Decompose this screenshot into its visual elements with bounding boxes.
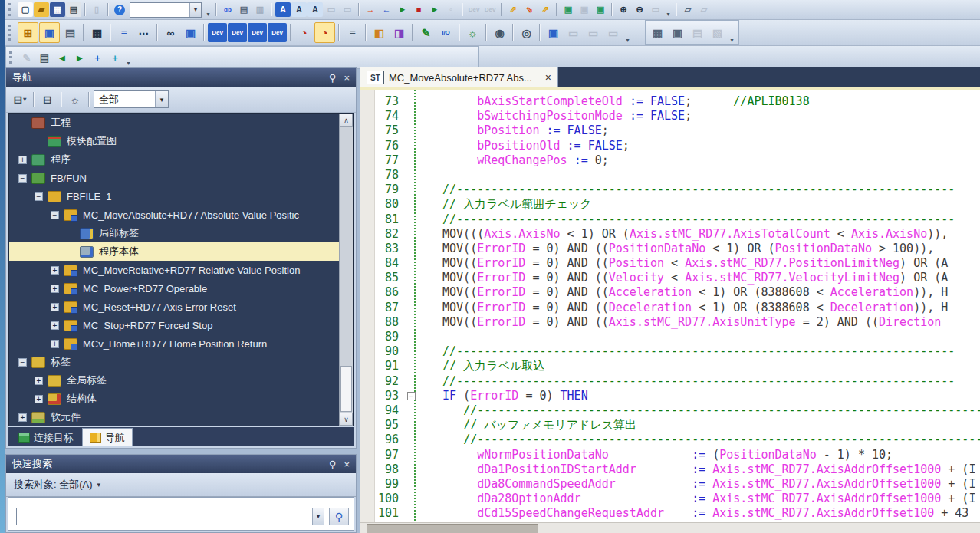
find-icon[interactable]: ∞ [161, 23, 180, 42]
device-eye-icon[interactable]: ◉ [490, 23, 509, 42]
open-folder-icon[interactable]: ▰ [34, 2, 49, 17]
hscroll-thumb[interactable] [367, 524, 538, 533]
monitor-window-icon[interactable]: ▣ [39, 22, 60, 43]
zoom-gray-icon[interactable]: ▭ [648, 2, 663, 17]
zoom-out-icon[interactable]: ⊖ [632, 2, 647, 17]
code-line[interactable]: 73 bAxisStartCompleteOld := FALSE; //APL… [360, 94, 980, 109]
window-find-icon[interactable]: ▣ [544, 23, 563, 42]
code-line[interactable]: 96 //-----------------------------------… [360, 433, 980, 447]
ladder-editor-icon[interactable]: ≡ [114, 23, 133, 42]
watch-stop-icon[interactable]: ◔ [314, 22, 335, 43]
device-test-icon[interactable]: ◎ [517, 23, 536, 42]
dev-window-a-icon[interactable]: Dev [466, 2, 482, 17]
collapse-icon[interactable]: − [51, 211, 59, 219]
memory-table-icon[interactable]: ▤ [688, 23, 707, 42]
search-input-combo[interactable]: ▾ [16, 508, 324, 525]
code-line[interactable]: 85 MOV((ErrorID = 0) AND ((Velocity < Ax… [360, 271, 980, 285]
tree-display-icon[interactable]: ⊟▾ [11, 91, 29, 108]
code-editor[interactable]: 73 bAxisStartCompleteOld := FALSE; //APL… [360, 90, 980, 533]
lock-a-icon[interactable]: ▣ [561, 2, 576, 17]
close-icon[interactable]: × [344, 459, 350, 470]
expand-icon[interactable]: + [51, 285, 59, 293]
gray-b-icon[interactable]: ▭ [340, 2, 355, 17]
expand-icon[interactable]: + [35, 377, 43, 385]
inactive-a-icon[interactable]: ▭ [564, 23, 583, 42]
code-line[interactable]: 89 [360, 330, 980, 344]
tree-item[interactable]: +MC_MoveRelative+RD77 Relative Value Pos… [9, 261, 353, 279]
code-line[interactable]: 90 //-----------------------------------… [360, 344, 980, 359]
pin-icon[interactable]: ⚲ [329, 72, 337, 84]
insert-row-icon[interactable]: + [89, 50, 106, 66]
device-display-1-icon[interactable]: Dev [208, 23, 227, 42]
tree-item[interactable]: +MC_Stop+RD77 Forced Stop [9, 316, 353, 334]
tree-item[interactable]: −FBFILE_1 [9, 187, 353, 206]
zoom-in-icon[interactable]: ⊕ [616, 2, 631, 17]
monitor-stop-icon[interactable]: ■ [411, 2, 426, 17]
misc-gray-icon[interactable]: ▧ [708, 23, 727, 42]
read-from-plc-icon[interactable]: ← [379, 2, 394, 17]
code-line[interactable]: 86 MOV((ErrorID = 0) AND ((Acceleration … [360, 285, 980, 300]
cross-reference-icon[interactable]: db [220, 2, 235, 17]
tree-item[interactable]: −FB/FUN [9, 169, 353, 187]
expand-icon[interactable]: + [18, 156, 27, 164]
edit-icon[interactable]: ✎ [416, 23, 436, 42]
code-line[interactable]: 79 //-----------------------------------… [360, 183, 980, 197]
tree-item[interactable]: 程序本体 [9, 242, 353, 261]
tree-item[interactable]: +全局标签 [9, 371, 353, 390]
window-b-icon[interactable]: ▱ [696, 2, 712, 17]
dev-window-b-icon[interactable]: Dev [482, 2, 498, 17]
gear-icon[interactable]: ☼ [66, 91, 84, 108]
toolbar-combo[interactable]: ▾ [130, 2, 202, 18]
monitor-gray-icon[interactable]: ◦ [443, 2, 459, 17]
code-line[interactable]: 98 dDa1PositionIDStartAddr := Axis.stMC_… [360, 462, 980, 477]
paste-icon[interactable]: ▯ [89, 2, 104, 17]
code-line[interactable]: 91 // 入力ラベル取込 [360, 359, 980, 373]
search-scope-row[interactable]: 搜索对象: 全部(A) ▾ [6, 473, 356, 497]
monitor-start-icon[interactable]: ► [395, 2, 410, 17]
collapse-icon[interactable]: − [18, 174, 27, 183]
tree-scrollbar[interactable]: ∧ ∨ [339, 114, 353, 426]
toolbar-grip[interactable] [8, 3, 14, 15]
tree-item[interactable]: +MCv_Home+RD77 Home Position Return [9, 334, 353, 353]
tree-item[interactable]: +结构体 [9, 390, 353, 408]
code-line[interactable]: 82 MOV(((Axis.AxisNo < 1) OR (Axis.stMC_… [360, 227, 980, 242]
scroll-thumb[interactable] [340, 366, 352, 412]
code-line[interactable]: 81 //-----------------------------------… [360, 212, 980, 227]
tree-item[interactable]: 局部标签 [9, 224, 353, 242]
search-input[interactable] [17, 508, 312, 525]
gray-a-icon[interactable]: ▭ [324, 2, 339, 17]
tab-connection-destination[interactable]: 连接目标 [12, 429, 81, 446]
toolbar-grip[interactable] [8, 25, 14, 41]
tree-item[interactable]: 工程 [9, 114, 353, 132]
tree-item[interactable]: −MC_MoveAbsolute+RD77 Absolute Value Pos… [9, 206, 353, 224]
watch-start-icon[interactable]: ◔ [294, 23, 314, 42]
monitor-find-icon[interactable]: ► [427, 2, 442, 17]
code-line[interactable]: 100 dDa28OptionAddr := Axis.stMC_RD77.Ax… [360, 492, 980, 506]
find-next-icon[interactable]: ► [71, 50, 88, 66]
code-line[interactable]: 75 bPosition := FALSE; [360, 123, 980, 138]
edit-disabled-icon[interactable]: ✎ [18, 50, 35, 66]
label-setting-icon[interactable]: ◨ [390, 23, 409, 42]
label-b-icon[interactable]: A [307, 2, 323, 17]
code-line[interactable]: 84 MOV((ErrorID = 0) AND ((Position < Ax… [360, 256, 980, 271]
st-editor-icon[interactable]: ⋯ [134, 23, 153, 42]
tree-item[interactable]: +软元件 [9, 408, 353, 426]
code-line[interactable]: 95 // バッファメモリアドレス算出 [360, 418, 980, 433]
navigation-window-icon[interactable]: ⊞ [18, 22, 38, 43]
collapse-icon[interactable]: − [35, 192, 43, 201]
code-line[interactable]: 88 MOV((ErrorID = 0) AND ((Axis.stMC_RD7… [360, 315, 980, 330]
tree-item[interactable]: +程序 [9, 150, 353, 169]
code-line[interactable]: 78 [360, 168, 980, 183]
toolbar-overflow-icon[interactable]: ▾ [124, 47, 133, 68]
code-line[interactable]: 76 bPositionOld := FALSE; [360, 139, 980, 153]
chevron-down-icon[interactable]: ▾ [189, 3, 201, 17]
scroll-down-icon[interactable]: ∨ [340, 413, 353, 426]
help-icon[interactable]: ? [112, 2, 127, 17]
document-tab[interactable]: ST MC_MoveAbsolute+RD77 Abs... × [360, 67, 558, 87]
device-display-2-icon[interactable]: Dev [228, 23, 247, 42]
online-program-icon[interactable]: ☼ [463, 23, 482, 42]
label-a-icon[interactable]: A [291, 2, 307, 17]
docking-help-icon[interactable]: ▤ [61, 23, 80, 42]
write-to-plc-icon[interactable]: → [363, 2, 378, 17]
pin-icon[interactable]: ⚲ [329, 459, 337, 470]
